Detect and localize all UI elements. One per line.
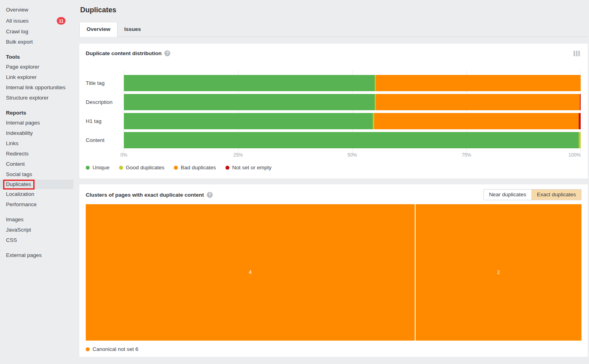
sidebar-item-structure-explorer[interactable]: Structure explorer: [0, 93, 73, 103]
sidebar-item-performance[interactable]: Performance: [0, 199, 73, 210]
axis-tick: 0%: [120, 152, 127, 158]
sidebar-item-links[interactable]: Links: [0, 138, 73, 149]
sidebar-item-crawl-log[interactable]: Crawl log: [0, 27, 73, 37]
sidebar-item-label: Content: [6, 161, 25, 167]
sidebar-item-bulk-export[interactable]: Bulk export: [0, 37, 73, 47]
near-duplicates-button[interactable]: Near duplicates: [483, 189, 531, 200]
clusters-treemap: 42: [86, 204, 581, 341]
sidebar-item-indexability[interactable]: Indexability: [0, 128, 73, 138]
bar-chart-icon[interactable]: [574, 51, 580, 56]
bar-track: [124, 94, 581, 110]
help-icon[interactable]: [164, 50, 170, 56]
bar-segment-not-set-or-empty[interactable]: [580, 94, 581, 110]
chart-row-description: Description: [86, 92, 581, 111]
treemap-block-count: 4: [249, 270, 252, 275]
legend-dot: [86, 347, 90, 351]
distribution-legend: UniqueGood duplicatesBad duplicatesNot s…: [86, 165, 581, 171]
sidebar-item-redirects[interactable]: Redirects: [0, 149, 73, 159]
chart-row-label: Content: [86, 137, 124, 143]
sidebar-section-header: Tools: [0, 52, 73, 62]
sidebar-item-label: Social tags: [6, 171, 32, 178]
chart-row-label: Description: [86, 99, 124, 105]
bar-segment-unique[interactable]: [124, 94, 375, 110]
exact-duplicates-button[interactable]: Exact duplicates: [531, 189, 581, 200]
sidebar-item-label: Performance: [6, 201, 37, 208]
help-icon[interactable]: [207, 192, 213, 198]
sidebar-item-all-issues[interactable]: All issues11: [0, 15, 73, 27]
treemap-block[interactable]: 4: [86, 204, 415, 341]
tab-overview[interactable]: Overview: [79, 22, 117, 37]
sidebar-item-duplicates[interactable]: Duplicates: [0, 180, 73, 189]
bar-segment-bad-duplicates[interactable]: [374, 113, 579, 129]
duplicate-content-distribution-card: Duplicate content distribution Title tag…: [79, 44, 588, 178]
sidebar-item-label: Link explorer: [6, 74, 37, 80]
bar-segment-bad-duplicates[interactable]: [376, 94, 579, 110]
sidebar-item-label: Redirects: [6, 151, 29, 157]
sidebar-item-label: All issues: [6, 18, 29, 24]
bar-segment-unique[interactable]: [124, 113, 373, 129]
sidebar-item-label: Bulk export: [6, 39, 33, 45]
distribution-chart: Title tagDescriptionH1 tagContent: [86, 71, 581, 149]
bar-segment-bad-duplicates[interactable]: [376, 75, 581, 91]
sidebar-item-social-tags[interactable]: Social tags: [0, 169, 73, 180]
legend-label: Canonical not set 6: [92, 346, 139, 352]
bar-segment-unique[interactable]: [124, 132, 579, 148]
sidebar-item-label: Internal link opportunities: [6, 84, 65, 91]
sidebar-item-localization[interactable]: Localization: [0, 189, 73, 199]
chart-row-h1-tag: H1 tag: [86, 111, 581, 130]
sidebar-section-header: Reports: [0, 108, 73, 118]
bar-track: [124, 132, 581, 148]
sidebar-item-label: JavaScript: [6, 227, 31, 233]
duplicates-mode-toggle: Near duplicates Exact duplicates: [483, 189, 581, 200]
tab-issues[interactable]: Issues: [117, 22, 148, 36]
sidebar-item-external-pages[interactable]: External pages: [0, 250, 73, 261]
sidebar-item-images[interactable]: Images: [0, 215, 73, 225]
legend-item-good-duplicates: Good duplicates: [119, 165, 165, 171]
bar-track: [124, 75, 581, 91]
distribution-card-title: Duplicate content distribution: [86, 50, 162, 56]
sidebar-item-css[interactable]: CSS: [0, 235, 73, 245]
app-root: OverviewAll issues11Crawl logBulk export…: [0, 0, 589, 364]
sidebar-item-overview[interactable]: Overview: [0, 5, 73, 15]
bar-segment-unique[interactable]: [124, 75, 375, 91]
sidebar-section-reports: ReportsInternal pagesIndexabilityLinksRe…: [0, 108, 73, 210]
treemap-block[interactable]: 2: [416, 204, 581, 341]
chart-row-content: Content: [86, 130, 581, 149]
sidebar-item-label: Structure explorer: [6, 95, 48, 101]
chart-row-label: H1 tag: [86, 118, 124, 124]
sidebar-item-page-explorer[interactable]: Page explorer: [0, 62, 73, 72]
sidebar-item-label: Internal pages: [6, 120, 40, 126]
sidebar-item-javascript[interactable]: JavaScript: [0, 225, 73, 235]
legend-label: Bad duplicates: [181, 165, 216, 171]
sidebar-section-tools: ToolsPage explorerLink explorerInternal …: [0, 52, 73, 103]
legend-dot: [225, 166, 229, 170]
sidebar-item-internal-link-opportunities[interactable]: Internal link opportunities: [0, 82, 73, 93]
sidebar-item-label: External pages: [6, 252, 42, 259]
clusters-card: Clusters of pages with exact duplicate c…: [79, 184, 588, 357]
sidebar-item-internal-pages[interactable]: Internal pages: [0, 118, 73, 128]
legend-dot: [119, 166, 123, 170]
axis-tick: 50%: [347, 152, 357, 158]
legend-item-not-set-or-empty: Not set or empty: [225, 165, 271, 171]
sidebar-item-label: Localization: [6, 191, 34, 197]
axis-tick: 100%: [568, 152, 581, 158]
chart-x-axis: 0%25%50%75%100%: [124, 152, 581, 158]
axis-tick: 75%: [462, 152, 471, 158]
legend-dot: [86, 166, 90, 170]
bar-segment-good-duplicates[interactable]: [579, 132, 581, 148]
sidebar-item-label: Page explorer: [6, 64, 39, 70]
chart-row-label: Title tag: [86, 80, 124, 86]
sidebar-item-label: CSS: [6, 237, 17, 243]
sidebar-item-content[interactable]: Content: [0, 159, 73, 169]
axis-tick: 25%: [233, 152, 243, 158]
bar-segment-not-set-or-empty[interactable]: [579, 113, 581, 129]
legend-label: Not set or empty: [232, 165, 271, 171]
treemap-block-count: 2: [497, 270, 500, 275]
legend-label: Unique: [92, 165, 110, 171]
legend-label: Good duplicates: [126, 165, 165, 171]
sidebar-section: OverviewAll issues11Crawl logBulk export: [0, 5, 73, 47]
sidebar-item-link-explorer[interactable]: Link explorer: [0, 72, 73, 82]
clusters-card-title: Clusters of pages with exact duplicate c…: [86, 192, 204, 198]
bar-track: [124, 113, 581, 129]
sidebar-item-label: Indexability: [6, 130, 33, 136]
